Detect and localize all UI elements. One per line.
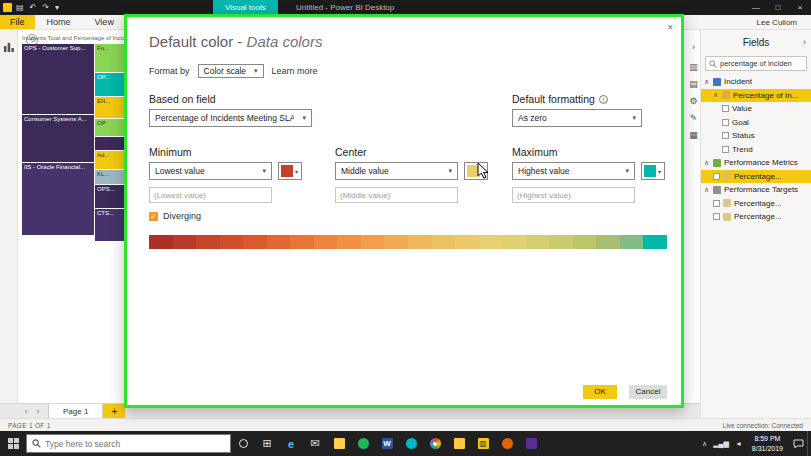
volume-icon[interactable]: ◄ (735, 440, 742, 447)
task-view-icon[interactable]: ⊞ (255, 431, 279, 456)
firefox-icon[interactable] (495, 431, 519, 456)
diverging-checkbox[interactable]: ✓ (149, 212, 158, 221)
kpi-icon (723, 172, 731, 180)
expander-icon[interactable]: ∧ (704, 78, 713, 86)
field-label: Value (732, 104, 752, 113)
start-button[interactable] (0, 431, 26, 456)
field-checkbox[interactable] (713, 213, 720, 220)
page-tab[interactable]: Page 1 (48, 404, 103, 418)
field-item[interactable]: Percentage... (701, 197, 811, 211)
word-icon[interactable]: W (375, 431, 399, 456)
qat-dropdown-icon[interactable]: ▾ (55, 3, 59, 12)
minimum-value-input[interactable] (149, 187, 272, 203)
power-bi-icon[interactable]: ▥ (471, 431, 495, 456)
dialog-close-icon[interactable]: × (667, 22, 673, 33)
taskbar-search-box[interactable] (26, 434, 231, 453)
spotify-icon[interactable] (351, 431, 375, 456)
visual-tools-tab[interactable]: Visual tools (213, 0, 278, 15)
expander-icon[interactable]: ∧ (704, 159, 713, 167)
save-icon[interactable]: ▤ (16, 3, 24, 12)
maximum-swatch[interactable] (641, 162, 665, 180)
field-checkbox[interactable] (713, 173, 720, 180)
field-checkbox[interactable] (722, 105, 729, 112)
edge-icon[interactable]: e (279, 431, 303, 456)
field-item[interactable]: ∧Incident (701, 75, 811, 89)
gradient-stop (643, 235, 667, 249)
app-icon (3, 3, 12, 12)
gradient-bar (149, 235, 667, 249)
report-view-icon[interactable] (4, 42, 14, 52)
center-value-input[interactable] (335, 187, 458, 203)
treemap-visual[interactable]: Incidents Total and Percentage of Incide… (22, 33, 128, 242)
analytics-icon[interactable]: ▦ (687, 130, 700, 140)
format-by-value: Color scale (204, 66, 247, 76)
file-explorer-icon[interactable] (327, 431, 351, 456)
mail-icon[interactable]: ✉ (303, 431, 327, 456)
tab-view[interactable]: View (83, 15, 126, 29)
expander-icon[interactable]: ∧ (704, 186, 713, 194)
field-item[interactable]: ∧Performance Metrics (701, 156, 811, 170)
cortana-icon[interactable] (231, 431, 255, 456)
chrome-icon[interactable] (423, 431, 447, 456)
default-formatting-dropdown[interactable]: As zero (512, 109, 642, 127)
undo-icon[interactable]: ↶ (30, 3, 37, 12)
redo-icon[interactable]: ↷ (42, 3, 49, 12)
tab-file[interactable]: File (0, 15, 35, 29)
bar-chart-icon[interactable]: ▥ (687, 62, 700, 72)
format-by-dropdown[interactable]: Color scale (198, 64, 264, 78)
collapse-fields-icon[interactable]: › (803, 37, 806, 47)
field-checkbox[interactable] (722, 146, 729, 153)
learn-more-link[interactable]: Learn more (272, 66, 318, 76)
show-desktop-button[interactable] (807, 431, 811, 456)
expand-pane-icon[interactable]: › (687, 42, 700, 52)
action-center-icon[interactable] (789, 439, 807, 449)
field-item[interactable]: Percentage... (701, 170, 811, 184)
hidden-icons-chevron[interactable]: ∧ (702, 440, 707, 448)
settings-gear-icon[interactable]: ⚙ (687, 96, 700, 106)
center-dropdown[interactable]: Middle value (335, 162, 458, 180)
field-item[interactable]: Trend (701, 143, 811, 157)
field-item[interactable]: Goal (701, 116, 811, 130)
field-checkbox[interactable] (722, 132, 729, 139)
fields-search-box[interactable] (705, 56, 807, 71)
treemap-node[interactable]: Consumer Systems A... (22, 115, 94, 162)
next-page-icon[interactable]: › (32, 404, 44, 418)
restore-button[interactable]: □ (767, 0, 789, 15)
visual-studio-icon[interactable] (519, 431, 543, 456)
minimum-dropdown[interactable]: Lowest value (149, 162, 272, 180)
field-item[interactable]: ∧Percentage of In... (701, 89, 811, 103)
taskbar-clock[interactable]: 8:59 PM 8/31/2019 (752, 434, 783, 452)
network-icon[interactable]: ▂▄▆ (713, 440, 729, 448)
center-dropdown-value: Middle value (341, 166, 440, 176)
minimum-swatch[interactable] (278, 162, 302, 180)
field-item[interactable]: Status (701, 129, 811, 143)
format-paint-icon[interactable]: ✎ (687, 113, 700, 123)
field-checkbox[interactable] (722, 119, 729, 126)
maximum-value-input[interactable] (512, 187, 635, 203)
treemap-node[interactable]: IIS - Oracle Financial... (22, 163, 94, 235)
column-chart-icon[interactable]: ▤ (687, 79, 700, 89)
signed-in-user[interactable]: Lee Cullom (757, 15, 797, 30)
field-item[interactable]: Percentage... (701, 210, 811, 224)
based-on-field-dropdown[interactable]: Percentage of Incidents Meeting SLAs (149, 109, 312, 127)
gradient-stop (573, 235, 597, 249)
field-item[interactable]: ∧Performance Targets (701, 183, 811, 197)
expander-icon[interactable]: ∧ (713, 91, 722, 99)
treemap-node[interactable]: OPS - Customer Sup... (22, 44, 94, 114)
photos-icon[interactable] (447, 431, 471, 456)
info-icon[interactable]: i (599, 95, 608, 104)
ok-button[interactable]: OK (583, 385, 617, 399)
tab-home[interactable]: Home (35, 15, 83, 29)
fields-search-input[interactable] (720, 59, 803, 68)
add-page-button[interactable]: + (103, 404, 125, 418)
cancel-button[interactable]: Cancel (629, 385, 667, 399)
minimize-button[interactable]: — (745, 0, 767, 15)
teams-icon[interactable] (399, 431, 423, 456)
prev-page-icon[interactable]: ‹ (20, 404, 32, 418)
field-item[interactable]: Value (701, 102, 811, 116)
field-checkbox[interactable] (713, 200, 720, 207)
close-button[interactable]: × (789, 0, 811, 15)
taskbar-search-input[interactable] (45, 439, 225, 449)
data-colors-dialog: × Default color - Data colors Format by … (124, 14, 684, 408)
maximum-dropdown[interactable]: Highest value (512, 162, 635, 180)
